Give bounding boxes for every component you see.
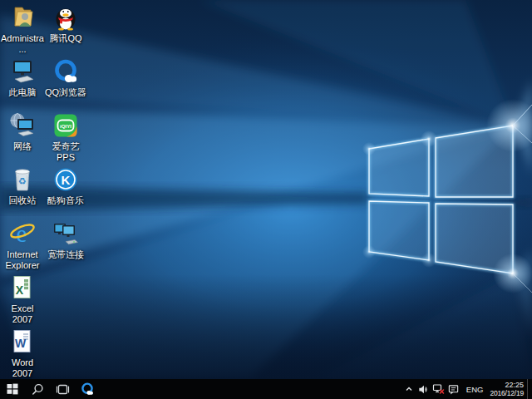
user-folder-icon [8,3,37,32]
broadband-connection-icon [52,219,80,248]
qq-penguin-icon [52,3,80,32]
tray-network-disconnected[interactable] [431,379,446,399]
desktop-icon-label: 宽带连接 [47,249,84,260]
word-letter: W [15,337,27,350]
chevron-up-icon [404,384,414,394]
windows-10-desktop: Administra... 此电脑 [0,0,532,399]
tray-date: 2016/12/19 [490,389,524,397]
network-error-icon [432,382,446,396]
desktop-icon-tencent-qq[interactable]: 腾讯QQ [44,3,87,44]
iqiyi-logo-text: iQIYI [60,123,71,129]
tray-volume[interactable] [416,379,431,399]
taskbar-qq-browser-button[interactable] [75,379,100,399]
desktop-icon-label: QQ浏览器 [45,87,86,98]
desktop-area[interactable]: Administra... 此电脑 [0,0,532,379]
task-view-button[interactable] [50,379,75,399]
tray-action-center[interactable] [446,379,461,399]
recycle-symbol: ♻ [18,176,27,186]
desktop-icon-label: 此电脑 [9,87,37,98]
tray-language-indicator[interactable]: ENG [461,385,489,394]
kugou-icon: K [52,165,80,194]
excel-icon: X [8,273,37,302]
desktop-icon-excel-2007[interactable]: X Excel 2007 [1,273,44,324]
desktop-icon-iqiyi-pps[interactable]: iQIYI 爱奇艺PPS [44,111,87,162]
desktop-icon-label: Word 2007 [1,357,44,378]
search-icon [32,383,44,396]
desktop-icon-label: 爱奇艺PPS [44,141,87,162]
iqiyi-icon: iQIYI [52,111,80,140]
desktop-icon-broadband[interactable]: 宽带连接 [44,219,87,260]
taskbar: ENG 22:25 2016/12/19 [0,379,532,399]
tray-time: 22:25 [505,381,524,389]
desktop-icon-qq-browser[interactable]: QQ浏览器 [44,57,87,98]
qq-browser-icon [52,57,80,86]
internet-explorer-icon: e [8,219,37,248]
desktop-icon-label: Excel 2007 [1,303,44,324]
desktop-icon-label: 腾讯QQ [49,33,81,44]
desktop-icon-administrator[interactable]: Administra... [1,3,44,54]
kugou-letter: K [62,173,71,187]
tray-clock[interactable]: 22:25 2016/12/19 [488,381,527,397]
desktop-icon-label: Internet Explorer [1,249,44,270]
desktop-icon-recycle-bin[interactable]: ♻ 回收站 [1,165,44,206]
desktop-icon-label: 回收站 [9,195,37,206]
recycle-bin-icon: ♻ [8,165,37,194]
excel-letter: X [16,283,24,297]
desktop-icon-word-2007[interactable]: W Word 2007 [1,328,44,378]
task-view-icon [56,384,70,395]
desktop-icon-label: 酷狗音乐 [47,195,84,206]
windows-start-icon [7,383,18,395]
system-tray: ENG 22:25 2016/12/19 [401,379,532,399]
this-pc-icon [8,57,37,86]
desktop-icon-kugou-music[interactable]: K 酷狗音乐 [44,165,87,206]
network-icon [8,111,37,140]
qq-browser-icon [80,382,95,397]
desktop-icon-label: Administra... [1,33,44,54]
search-button[interactable] [25,379,50,399]
tray-show-hidden-icons[interactable] [401,379,416,399]
desktop-icon-this-pc[interactable]: 此电脑 [1,57,44,98]
desktop-icon-label: 网络 [13,141,32,152]
speaker-icon [417,383,430,396]
action-center-icon [447,383,460,396]
ie-letter: e [17,220,27,247]
word-icon: W [8,328,37,356]
start-button[interactable] [0,379,25,399]
show-desktop-button[interactable] [527,379,532,399]
desktop-icon-network[interactable]: 网络 [1,111,44,152]
desktop-icon-internet-explorer[interactable]: e Internet Explorer [1,219,44,270]
